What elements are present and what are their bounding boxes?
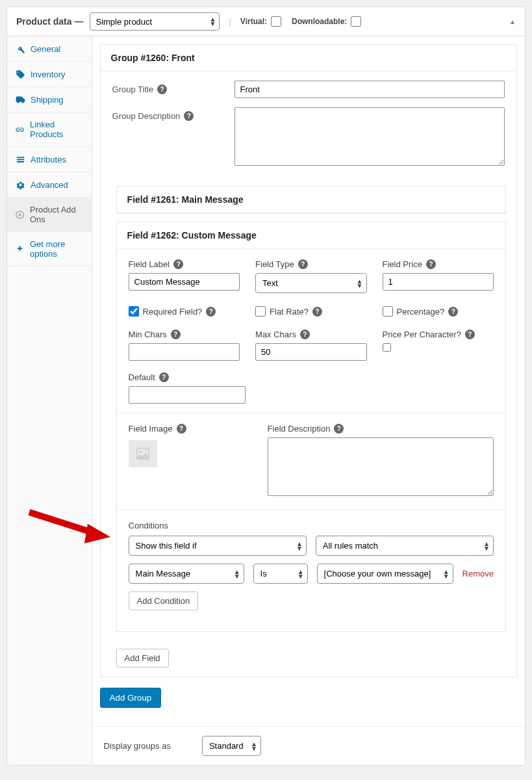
tab-label: Attributes xyxy=(31,155,66,164)
tab-label: Shipping xyxy=(31,95,64,105)
help-icon[interactable]: ? xyxy=(159,372,169,382)
tab-attributes[interactable]: Attributes xyxy=(7,147,92,172)
help-icon[interactable]: ? xyxy=(177,424,186,434)
downloadable-checkbox[interactable] xyxy=(351,16,361,27)
group-title-label: Group Title ? xyxy=(112,81,234,98)
price-per-char-checkbox[interactable] xyxy=(383,343,391,352)
tab-linked-products[interactable]: Linked Products xyxy=(7,112,92,147)
condition-field-select[interactable]: Main Message xyxy=(129,564,244,584)
help-icon[interactable]: ? xyxy=(300,330,310,339)
tab-shipping[interactable]: Shipping xyxy=(7,87,92,112)
help-icon[interactable]: ? xyxy=(448,307,458,317)
max-chars-label: Max Chars ? xyxy=(255,330,366,339)
add-group-button[interactable]: Add Group xyxy=(100,688,161,708)
downloadable-checkbox-label: Downloadable: xyxy=(292,16,361,27)
group-header[interactable]: Group #1260: Front xyxy=(101,45,516,72)
product-tabs-sidebar: General Inventory Shipping Linked Produc… xyxy=(7,36,92,765)
field-description-label: Field Description ? xyxy=(268,424,494,434)
virtual-checkbox[interactable] xyxy=(271,16,281,27)
truck-icon xyxy=(15,94,25,105)
panel-title: Product data — xyxy=(16,16,83,27)
field-image-label: Field Image ? xyxy=(129,424,252,434)
required-checkbox[interactable] xyxy=(129,306,139,317)
tab-label: Linked Products xyxy=(30,120,84,139)
field-description-textarea[interactable] xyxy=(268,437,494,496)
conditions-label: Conditions xyxy=(129,521,494,530)
field-label-label: Field Label ? xyxy=(129,259,240,269)
condition-value-select[interactable]: [Choose your own message] xyxy=(317,564,453,584)
tag-icon xyxy=(15,69,25,79)
max-chars-input[interactable] xyxy=(255,343,366,361)
default-label: Default ? xyxy=(129,372,246,382)
help-icon[interactable]: ? xyxy=(157,84,167,94)
collapse-icon[interactable]: ▲ xyxy=(509,18,516,25)
min-chars-input[interactable] xyxy=(129,343,240,361)
field-price-input[interactable] xyxy=(383,273,494,291)
help-icon[interactable]: ? xyxy=(184,111,194,121)
condition-action-select[interactable]: Show this field if xyxy=(129,536,307,556)
help-icon[interactable]: ? xyxy=(173,259,183,269)
content-area: Group #1260: Front Group Title ? Gro xyxy=(92,36,525,765)
sparkle-icon xyxy=(15,244,25,254)
product-data-panel: Product data — Simple product ▲▼ | Virtu… xyxy=(6,6,526,766)
display-groups-label: Display groups as xyxy=(104,741,171,751)
svg-point-2 xyxy=(139,450,142,453)
tab-label: Advanced xyxy=(31,180,68,190)
default-input[interactable] xyxy=(129,386,246,404)
group-description-textarea[interactable] xyxy=(234,107,505,166)
percentage-checkbox[interactable] xyxy=(383,306,393,317)
tab-product-add-ons[interactable]: Product Add Ons xyxy=(7,198,92,232)
group-section: Group #1260: Front Group Title ? Gro xyxy=(100,44,517,677)
display-groups-select[interactable]: Standard xyxy=(202,736,261,756)
panel-header: Product data — Simple product ▲▼ | Virtu… xyxy=(7,7,525,36)
help-icon[interactable]: ? xyxy=(298,259,308,269)
tab-label: Product Add Ons xyxy=(30,205,84,224)
group-title-input[interactable] xyxy=(234,81,505,98)
product-type-select[interactable]: Simple product xyxy=(90,12,220,31)
virtual-checkbox-label: Virtual: xyxy=(240,16,281,27)
price-per-char-label: Price Per Character? ? xyxy=(383,330,494,339)
remove-condition-link[interactable]: Remove xyxy=(462,569,494,578)
field-price-label: Field Price ? xyxy=(383,259,494,269)
divider: | xyxy=(229,17,231,27)
tab-label: Inventory xyxy=(31,70,65,79)
tab-inventory[interactable]: Inventory xyxy=(7,62,92,87)
add-field-button[interactable]: Add Field xyxy=(116,649,169,668)
group-description-label: Group Description ? xyxy=(112,107,234,168)
flat-rate-label: Flat Rate? xyxy=(270,307,309,317)
field-1261-section: Field #1261: Main Message xyxy=(116,186,506,214)
field-1262-header[interactable]: Field #1262: Custom Message xyxy=(117,222,505,249)
tab-advanced[interactable]: Advanced xyxy=(7,172,92,198)
condition-match-select[interactable]: All rules match xyxy=(316,536,494,556)
display-groups-row: Display groups as Standard ▲▼ xyxy=(92,726,525,765)
tab-label: Get more options xyxy=(30,239,84,259)
image-placeholder[interactable] xyxy=(129,440,157,467)
tab-get-more-options[interactable]: Get more options xyxy=(7,232,92,266)
help-icon[interactable]: ? xyxy=(206,307,216,317)
help-icon[interactable]: ? xyxy=(171,330,181,339)
field-1262-section: Field #1262: Custom Message Field Label … xyxy=(116,222,506,632)
gear-icon xyxy=(15,179,25,190)
field-1261-header[interactable]: Field #1261: Main Message xyxy=(117,187,505,213)
flat-rate-checkbox[interactable] xyxy=(255,306,266,317)
required-label: Required Field? xyxy=(143,307,203,317)
help-icon[interactable]: ? xyxy=(334,424,344,434)
tab-general[interactable]: General xyxy=(7,36,92,62)
list-icon xyxy=(15,154,25,164)
tab-label: General xyxy=(31,44,60,54)
help-icon[interactable]: ? xyxy=(312,307,322,317)
wrench-icon xyxy=(15,44,25,54)
percentage-label: Percentage? xyxy=(397,307,445,317)
link-icon xyxy=(15,124,25,135)
add-condition-button[interactable]: Add Condition xyxy=(129,592,199,610)
help-icon[interactable]: ? xyxy=(465,330,475,339)
field-type-label: Field Type ? xyxy=(255,259,366,269)
field-label-input[interactable] xyxy=(129,273,240,291)
min-chars-label: Min Chars ? xyxy=(129,330,240,339)
condition-operator-select[interactable]: Is xyxy=(253,564,308,584)
plus-circle-icon xyxy=(15,209,25,220)
field-type-select[interactable]: Text xyxy=(255,273,366,293)
help-icon[interactable]: ? xyxy=(426,259,436,269)
